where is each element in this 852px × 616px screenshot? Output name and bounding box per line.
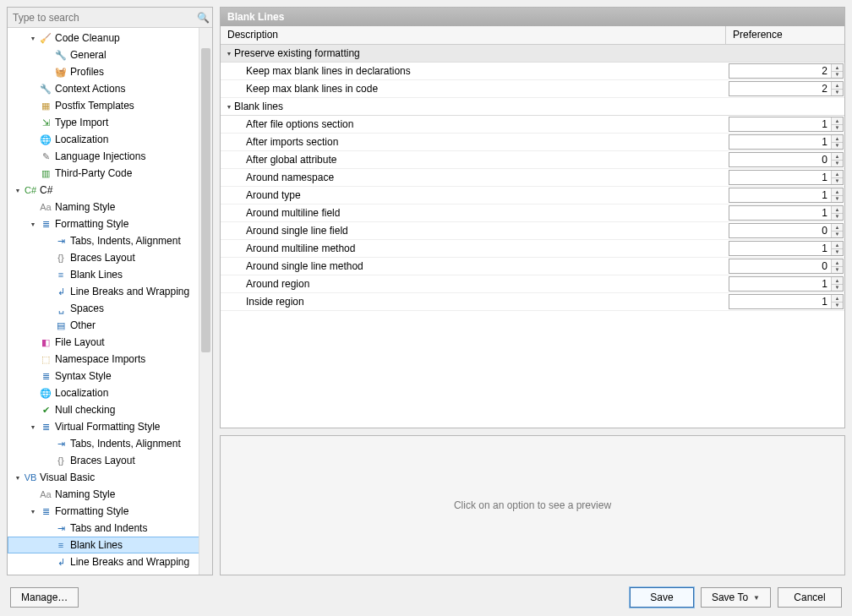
tree-item[interactable]: ␣Spaces [8, 300, 212, 317]
options-tree[interactable]: 🧹Code Cleanup🔧General🧺Profiles🔧Context A… [8, 28, 212, 575]
expand-arrow-icon[interactable] [28, 221, 38, 227]
tree-item[interactable]: ≣Formatting Style [8, 503, 212, 520]
numeric-spinner[interactable]: 0▲▼ [729, 223, 844, 238]
cancel-button[interactable]: Cancel [778, 587, 842, 608]
tree-item[interactable]: ↲Line Breaks and Wrapping [8, 553, 212, 570]
tree-item[interactable]: ▤Other [8, 317, 212, 334]
tree-item[interactable]: ⇥Tabs, Indents, Alignment [8, 232, 212, 249]
setting-row[interactable]: Around type1▲▼ [221, 187, 844, 204]
numeric-spinner[interactable]: 1▲▼ [729, 294, 844, 309]
numeric-spinner[interactable]: 1▲▼ [729, 117, 844, 132]
spinner-value[interactable]: 0 [729, 224, 831, 237]
spinner-down-icon[interactable]: ▼ [832, 196, 843, 203]
tree-item[interactable]: ⇲Type Import [8, 114, 212, 131]
collapse-arrow-icon[interactable] [224, 51, 234, 57]
setting-row[interactable]: Around multiline field1▲▼ [221, 204, 844, 222]
tree-item[interactable]: {}Braces Layout [8, 452, 212, 469]
spinner-value[interactable]: 0 [729, 153, 831, 166]
spinner-up-icon[interactable]: ▲ [832, 135, 843, 143]
setting-row[interactable]: Around single line method0▲▼ [221, 258, 844, 275]
spinner-value[interactable]: 1 [729, 277, 831, 291]
spinner-value[interactable]: 1 [729, 242, 831, 255]
numeric-spinner[interactable]: 1▲▼ [729, 188, 844, 203]
setting-row[interactable]: Inside region1▲▼ [221, 293, 844, 311]
spinner-down-icon[interactable]: ▼ [832, 303, 843, 309]
tree-item[interactable]: ≡Blank Lines [8, 537, 212, 553]
tree-item[interactable]: ⇥Tabs, Indents, Alignment [8, 435, 212, 452]
numeric-spinner[interactable]: 1▲▼ [729, 134, 844, 150]
collapse-arrow-icon[interactable] [224, 104, 234, 110]
manage-button[interactable]: Manage… [10, 587, 79, 608]
tree-item[interactable]: 🌐Localization [8, 131, 212, 148]
numeric-spinner[interactable]: 2▲▼ [729, 81, 844, 96]
tree-item[interactable]: ▦Postfix Templates [8, 97, 212, 114]
expand-arrow-icon[interactable] [28, 424, 38, 430]
spinner-value[interactable]: 1 [729, 171, 831, 184]
setting-row[interactable]: Around region1▲▼ [221, 275, 844, 293]
expand-arrow-icon[interactable] [28, 35, 38, 41]
tree-item[interactable]: ≣Virtual Formatting Style [8, 418, 212, 435]
spinner-down-icon[interactable]: ▼ [832, 267, 843, 274]
spinner-down-icon[interactable]: ▼ [832, 161, 843, 167]
tree-item[interactable]: {}Braces Layout [8, 249, 212, 266]
tree-item[interactable]: 🔧General [8, 46, 212, 63]
spinner-up-icon[interactable]: ▲ [832, 259, 843, 267]
spinner-up-icon[interactable]: ▲ [832, 171, 843, 178]
tree-item[interactable]: 🧺Profiles [8, 63, 212, 80]
spinner-up-icon[interactable]: ▲ [832, 153, 843, 161]
tree-item[interactable]: VBVisual Basic [8, 469, 212, 486]
spinner-value[interactable]: 1 [729, 135, 831, 149]
tree-item[interactable]: ✔Null checking [8, 401, 212, 418]
spinner-up-icon[interactable]: ▲ [832, 188, 843, 196]
spinner-up-icon[interactable]: ▲ [832, 295, 843, 303]
tree-item[interactable]: ⬚Namespace Imports [8, 351, 212, 368]
tree-item[interactable]: ≣Formatting Style [8, 215, 212, 232]
spinner-value[interactable]: 1 [729, 188, 831, 202]
tree-scrollbar-thumb[interactable] [201, 48, 210, 352]
spinner-value[interactable]: 1 [729, 117, 831, 131]
setting-row[interactable]: Keep max blank lines in code2▲▼ [221, 80, 844, 98]
spinner-down-icon[interactable]: ▼ [832, 90, 843, 96]
setting-row[interactable]: Around single line field0▲▼ [221, 222, 844, 240]
search-icon[interactable]: 🔍 [194, 12, 212, 24]
tree-item[interactable]: ≡Blank Lines [8, 266, 212, 283]
spinner-down-icon[interactable]: ▼ [832, 214, 843, 221]
numeric-spinner[interactable]: 1▲▼ [729, 241, 844, 256]
tree-item[interactable]: C#C# [8, 182, 212, 199]
tree-item[interactable]: ⇥Tabs and Indents [8, 520, 212, 537]
col-header-preference[interactable]: Preference [726, 26, 844, 44]
tree-scrollbar[interactable] [199, 28, 212, 575]
spinner-down-icon[interactable]: ▼ [832, 125, 843, 132]
numeric-spinner[interactable]: 0▲▼ [729, 259, 844, 274]
spinner-up-icon[interactable]: ▲ [832, 277, 843, 285]
spinner-down-icon[interactable]: ▼ [832, 143, 843, 150]
numeric-spinner[interactable]: 1▲▼ [729, 205, 844, 221]
expand-arrow-icon[interactable] [28, 509, 38, 515]
expand-arrow-icon[interactable] [13, 188, 23, 194]
spinner-down-icon[interactable]: ▼ [832, 178, 843, 185]
save-button[interactable]: Save [630, 587, 694, 608]
spinner-up-icon[interactable]: ▲ [832, 242, 843, 249]
spinner-up-icon[interactable]: ▲ [832, 64, 843, 72]
spinner-up-icon[interactable]: ▲ [832, 224, 843, 232]
spinner-up-icon[interactable]: ▲ [832, 206, 843, 214]
spinner-down-icon[interactable]: ▼ [832, 249, 843, 256]
numeric-spinner[interactable]: 1▲▼ [729, 170, 844, 185]
expand-arrow-icon[interactable] [13, 475, 23, 481]
setting-row[interactable]: After global attribute0▲▼ [221, 151, 844, 169]
tree-item[interactable]: 🌐Localization [8, 384, 212, 401]
spinner-value[interactable]: 2 [729, 64, 831, 78]
tree-item[interactable]: ✎Language Injections [8, 148, 212, 165]
tree-item[interactable]: AaNaming Style [8, 486, 212, 503]
tree-item[interactable]: AaNaming Style [8, 199, 212, 215]
numeric-spinner[interactable]: 0▲▼ [729, 152, 844, 167]
setting-row[interactable]: Keep max blank lines in declarations2▲▼ [221, 63, 844, 80]
spinner-down-icon[interactable]: ▼ [832, 232, 843, 238]
numeric-spinner[interactable]: 1▲▼ [729, 276, 844, 292]
spinner-value[interactable]: 1 [729, 206, 831, 220]
group-row[interactable]: Blank lines [221, 98, 844, 116]
spinner-up-icon[interactable]: ▲ [832, 82, 843, 90]
spinner-down-icon[interactable]: ▼ [832, 72, 843, 79]
group-row[interactable]: Preserve existing formatting [221, 45, 844, 63]
spinner-up-icon[interactable]: ▲ [832, 117, 843, 125]
